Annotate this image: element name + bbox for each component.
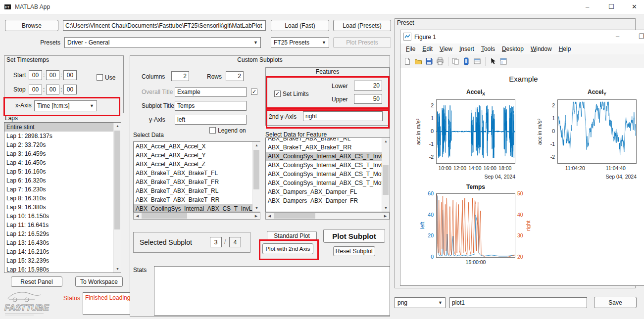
save-button[interactable]: Save — [594, 297, 637, 308]
stop-second-input[interactable] — [63, 85, 77, 94]
save-figure-icon[interactable] — [424, 57, 434, 66]
reset-panel-button[interactable]: Reset Panel — [11, 276, 62, 287]
preset-dropdown[interactable]: Driver - General ▼ — [64, 37, 261, 48]
select-data-listbox[interactable]: ABX_Accel_ABX_Accel_XABX_Accel_ABX_Accel… — [133, 141, 260, 212]
selected-subplot-input[interactable] — [210, 237, 222, 247]
list-item[interactable]: ABX_Accel_ABX_Accel_X — [134, 142, 260, 151]
reset-subplot-button[interactable]: Reset Subplot — [333, 246, 375, 256]
open-file-icon[interactable] — [413, 57, 423, 66]
list-item[interactable]: Lap 12: 16.529s — [4, 229, 120, 238]
list-item[interactable]: ABX_BrakeT_ABX_BrakeT_FR — [134, 178, 260, 186]
maximize-button[interactable]: ☐ — [608, 3, 614, 11]
figure-maximize-button[interactable]: ❐ — [639, 33, 644, 41]
menu-item-window[interactable]: Window — [527, 44, 555, 54]
plot-with-2nd-axis-button[interactable]: Plot with 2nd Axis — [262, 243, 313, 254]
minimize-button[interactable]: – — [586, 3, 589, 11]
stop-minute-input[interactable] — [46, 85, 59, 94]
plot-presets-button[interactable]: Plot Presets — [333, 37, 391, 48]
list-item[interactable]: Lap 7: 16.230s — [4, 185, 120, 194]
scroll-thumb[interactable] — [274, 213, 315, 219]
scroll-up-icon[interactable]: ▲ — [253, 142, 260, 149]
menu-item-view[interactable]: View — [436, 44, 456, 54]
subplot-title-input[interactable] — [175, 101, 247, 111]
property-inspector-icon[interactable] — [498, 57, 508, 66]
load-presets-button[interactable]: Load (Presets) — [333, 20, 391, 31]
second-y-axis-input[interactable] — [303, 111, 383, 121]
start-minute-input[interactable] — [46, 70, 59, 80]
x-axis-dropdown[interactable]: Time [h:m:s] ▼ — [34, 100, 97, 111]
mobile-icon[interactable] — [461, 57, 471, 66]
export-format-dropdown[interactable]: png ▼ — [395, 297, 446, 308]
upper-input[interactable] — [354, 94, 382, 104]
list-item[interactable]: Lap 5: 16.160s — [4, 167, 120, 176]
list-item[interactable]: Lap 8: 16.310s — [4, 194, 120, 203]
list-item[interactable]: ABX_BrakeT_ABX_BrakeT_RL — [266, 137, 389, 143]
use-checkbox[interactable] — [97, 74, 103, 81]
y-axis-input[interactable] — [175, 115, 247, 125]
scroll-left-icon[interactable]: ◀ — [134, 213, 141, 220]
rows-input[interactable] — [226, 71, 244, 81]
list-item[interactable]: ABX_Accel_ABX_Accel_Y — [134, 151, 260, 160]
browse-button[interactable]: Browse — [5, 20, 58, 31]
scroll-down-icon[interactable]: ▼ — [382, 205, 390, 212]
stop-hour-input[interactable] — [29, 85, 42, 94]
lower-input[interactable] — [354, 81, 382, 91]
list-item[interactable]: ABX_Accel_ABX_Accel_Z — [134, 160, 260, 169]
menu-item-desktop[interactable]: Desktop — [498, 44, 527, 54]
list-item[interactable]: Lap 1: 2898.137s — [4, 132, 120, 140]
scroll-up-icon[interactable]: ▲ — [382, 138, 390, 145]
feature-data-scrollbar[interactable]: ▲ ▼ — [382, 138, 390, 212]
list-item[interactable]: Lap 6: 16.320s — [4, 176, 120, 185]
scroll-thumb[interactable] — [383, 165, 389, 195]
list-item[interactable]: Lap 9: 16.380s — [4, 203, 120, 212]
legend-checkbox[interactable] — [209, 127, 216, 134]
list-item[interactable]: Lap 13: 16.430s — [4, 238, 120, 247]
list-item[interactable]: ABX_CoolingSys_Internal_ABX_CS_T_InvL — [134, 204, 260, 212]
list-item[interactable]: Lap 10: 16.150s — [4, 212, 120, 221]
list-item[interactable]: ABX_Dampers_ABX_Damper_FL — [266, 187, 389, 196]
list-item[interactable]: Lap 11: 16.641s — [4, 221, 120, 229]
scroll-left-icon[interactable]: ◀ — [266, 213, 273, 220]
list-item[interactable]: ABX_CoolingSys_Internal_ABX_CS_T_InvR — [266, 161, 389, 170]
to-workspace-button[interactable]: To Workspace — [75, 276, 123, 287]
list-item[interactable]: ABX_BrakeT_ABX_BrakeT_RR — [134, 195, 260, 204]
insert-legend-icon[interactable] — [472, 57, 482, 66]
close-button[interactable]: ✕ — [632, 3, 637, 11]
scroll-right-icon[interactable]: ▶ — [382, 213, 389, 220]
list-item[interactable]: Lap 16: 15.980s — [4, 265, 120, 273]
feature-data-hscrollbar[interactable]: ◀ ▶ — [265, 212, 390, 220]
scroll-down-icon[interactable]: ▼ — [253, 205, 260, 212]
list-item[interactable]: Lap 14: 16.210s — [4, 247, 120, 256]
menu-item-edit[interactable]: Edit — [419, 44, 436, 54]
columns-input[interactable] — [171, 71, 189, 81]
scroll-thumb[interactable] — [142, 213, 187, 219]
laps-scrollbar[interactable]: ▲ ▼ — [113, 123, 121, 273]
list-item[interactable]: Lap 15: 32.239s — [4, 256, 120, 265]
ft25-presets-dropdown[interactable]: FT25 Presets ▼ — [271, 37, 329, 48]
menu-item-tools[interactable]: Tools — [478, 44, 498, 54]
set-limits-checkbox[interactable]: ✓ — [274, 91, 281, 97]
list-item[interactable]: Entire stint — [4, 123, 120, 132]
export-filename-input[interactable] — [449, 297, 587, 308]
menu-item-file[interactable]: File — [402, 44, 419, 54]
list-item[interactable]: ABX_CoolingSys_Internal_ABX_CS_T_InvL — [266, 152, 389, 161]
menu-item-insert[interactable]: Insert — [456, 44, 478, 54]
new-figure-icon[interactable] — [402, 57, 412, 66]
overall-title-input[interactable] — [175, 87, 247, 97]
scroll-right-icon[interactable]: ▶ — [252, 213, 260, 220]
select-data-scrollbar[interactable]: ▲ ▼ — [252, 142, 260, 212]
path-input[interactable] — [63, 20, 266, 31]
scroll-down-icon[interactable]: ▼ — [114, 266, 121, 273]
list-item[interactable]: Lap 3: 16.459s — [4, 149, 120, 158]
scroll-thumb[interactable] — [253, 150, 259, 189]
plot-subplot-button[interactable]: Plot Subplot — [323, 229, 385, 243]
figure-minimize-button[interactable]: – — [616, 33, 619, 41]
overall-title-checkbox[interactable]: ✓ — [251, 89, 257, 95]
feature-data-listbox[interactable]: ABX_BrakeT_ABX_BrakeT_RLABX_BrakeT_ABX_B… — [265, 137, 390, 212]
list-item[interactable]: ABX_BrakeT_ABX_BrakeT_RL — [134, 186, 260, 195]
copy-figure-icon[interactable] — [450, 57, 460, 66]
scroll-up-icon[interactable]: ▲ — [114, 123, 121, 130]
list-item[interactable]: ABX_BrakeT_ABX_BrakeT_FL — [134, 169, 260, 178]
menu-item-help[interactable]: Help — [555, 44, 575, 54]
scroll-thumb[interactable] — [114, 131, 120, 229]
